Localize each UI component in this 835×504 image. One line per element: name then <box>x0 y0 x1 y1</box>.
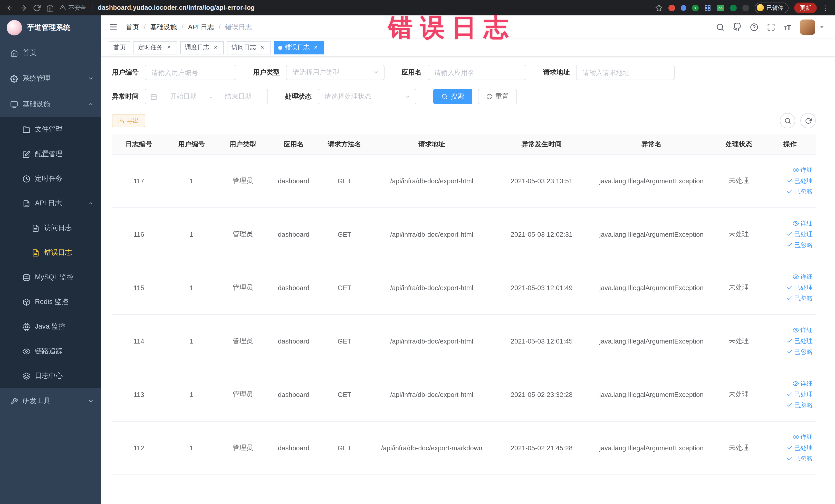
breadcrumb-item[interactable]: API 日志 <box>188 22 214 32</box>
error-log-table: 日志编号用户编号用户类型应用名请求方法名请求地址异常发生时间异常名处理状态操作 … <box>112 135 816 475</box>
user-type-select[interactable]: 请选择用户类型 <box>286 65 385 80</box>
row-action-processed[interactable]: 已处理 <box>787 230 813 239</box>
row-action-ignored[interactable]: 已忽略 <box>787 294 813 303</box>
sidebar-item-log-center[interactable]: 日志中心 <box>0 364 101 388</box>
search-button[interactable]: 搜索 <box>433 89 472 104</box>
app-logo[interactable]: 芋道管理系统 <box>0 15 101 40</box>
extension-icon[interactable] <box>668 4 675 11</box>
close-icon[interactable]: × <box>212 44 219 51</box>
sidebar-item-job[interactable]: 定时任务 <box>0 166 101 191</box>
browser-home-icon[interactable] <box>46 4 54 12</box>
tab-scheduled-job[interactable]: 定时任务× <box>134 41 177 54</box>
cell-app: dashboard <box>268 207 319 261</box>
cell-actions: 详细已处理已忽略 <box>765 421 816 475</box>
row-action-ignored[interactable]: 已忽略 <box>787 454 813 463</box>
row-action-detail[interactable]: 详细 <box>793 166 813 174</box>
bookmark-star-icon[interactable] <box>655 4 663 12</box>
close-icon[interactable]: × <box>165 44 172 51</box>
sidebar-item-system[interactable]: 系统管理 <box>0 66 101 92</box>
exception-time-range-picker[interactable]: 开始日期 - 结束日期 <box>145 89 268 104</box>
eye-icon <box>23 347 30 355</box>
cell-user_id: 1 <box>166 207 217 261</box>
sidebar-item-trace[interactable]: 链路追踪 <box>0 339 101 364</box>
row-action-processed[interactable]: 已处理 <box>787 283 813 292</box>
avatar[interactable] <box>800 19 815 35</box>
update-button[interactable]: 更新 <box>794 2 817 13</box>
fullscreen-icon[interactable] <box>767 23 775 31</box>
extension-icon[interactable]: Y <box>692 4 699 11</box>
reload-icon[interactable] <box>33 4 41 12</box>
back-icon[interactable] <box>6 4 14 12</box>
row-action-detail[interactable]: 详细 <box>793 326 813 335</box>
hide-search-button[interactable] <box>780 113 795 128</box>
row-action-detail[interactable]: 详细 <box>793 432 813 441</box>
export-button[interactable]: 导出 <box>112 114 145 127</box>
row-action-processed[interactable]: 已处理 <box>787 390 813 399</box>
refresh-table-button[interactable] <box>800 113 816 128</box>
user-id-input[interactable] <box>145 65 236 80</box>
submenu-api-log: 访问日志错误日志 <box>0 216 101 265</box>
screen: 不安全 dashboard.yudao.iocoder.cn/infra/log… <box>0 0 835 504</box>
sidebar-item-config[interactable]: 配置管理 <box>0 142 101 166</box>
home-icon <box>10 49 18 57</box>
cell-status: 未处理 <box>713 368 765 421</box>
tab-access-log[interactable]: 访问日志× <box>227 41 270 54</box>
docs-help-icon[interactable] <box>750 23 758 31</box>
reset-button[interactable]: 重置 <box>478 89 517 104</box>
extension-on-icon[interactable]: on <box>717 4 725 11</box>
breadcrumb-item[interactable]: 首页 <box>126 22 139 32</box>
cell-exception: java.lang.IllegalArgumentException <box>590 314 713 368</box>
close-icon[interactable]: × <box>259 44 266 51</box>
cell-id: 116 <box>112 207 166 261</box>
sidebar-toggle-icon[interactable] <box>109 23 118 31</box>
sidebar-item-devtools[interactable]: 研发工具 <box>0 388 101 414</box>
breadcrumb-item[interactable]: 基础设施 <box>150 22 177 32</box>
github-icon[interactable] <box>733 23 741 31</box>
sidebar-item-java[interactable]: Java 监控 <box>0 314 101 339</box>
extension-icon[interactable] <box>730 4 737 11</box>
request-url-input[interactable] <box>576 65 675 80</box>
header-search-icon[interactable] <box>716 23 725 31</box>
profile-paused-badge[interactable]: 已暂停 <box>755 2 789 13</box>
tab-error-log[interactable]: 错误日志× <box>273 41 324 54</box>
app-name-input[interactable] <box>428 65 526 80</box>
sidebar-item-redis[interactable]: Redis 监控 <box>0 289 101 314</box>
chevron-down-icon <box>405 94 411 100</box>
row-action-processed[interactable]: 已处理 <box>787 176 813 185</box>
sidebar-item-file[interactable]: 文件管理 <box>0 117 101 142</box>
avatar-caret-icon[interactable] <box>820 26 824 28</box>
cell-status: 未处理 <box>713 261 765 314</box>
row-action-ignored[interactable]: 已忽略 <box>787 347 813 356</box>
process-status-select[interactable]: 请选择处理状态 <box>318 89 416 104</box>
address-url[interactable]: dashboard.yudao.iocoder.cn/infra/log/api… <box>98 4 254 11</box>
extension-icon[interactable] <box>681 5 686 11</box>
sidebar-item-infrastructure[interactable]: 基础设施 <box>0 92 101 117</box>
row-action-detail[interactable]: 详细 <box>793 273 813 281</box>
close-icon[interactable]: × <box>312 44 319 51</box>
tab-home[interactable]: 首页 <box>109 41 130 54</box>
extension-grid-icon[interactable] <box>704 4 711 11</box>
cell-method: GET <box>319 207 370 261</box>
divider <box>91 4 92 11</box>
sidebar-item-error-log[interactable]: 错误日志 <box>0 240 101 265</box>
file-icon <box>32 249 40 257</box>
sidebar-item-access-log[interactable]: 访问日志 <box>0 216 101 240</box>
row-action-ignored[interactable]: 已忽略 <box>787 187 813 196</box>
cell-user_type: 管理员 <box>217 154 268 207</box>
sidebar-item-api-log[interactable]: API 日志 <box>0 191 101 216</box>
security-indicator[interactable]: 不安全 <box>60 4 86 12</box>
row-action-ignored[interactable]: 已忽略 <box>787 401 813 409</box>
extension-icon[interactable] <box>742 4 749 11</box>
font-size-icon[interactable]: TT <box>784 23 791 31</box>
browser-menu-icon[interactable]: ⋮ <box>822 4 829 12</box>
cell-time: 2021-05-02 21:45:28 <box>493 421 590 475</box>
sidebar-item-mysql[interactable]: MySQL 监控 <box>0 265 101 289</box>
row-action-processed[interactable]: 已处理 <box>787 337 813 345</box>
sidebar-item-home[interactable]: 首页 <box>0 40 101 66</box>
row-action-ignored[interactable]: 已忽略 <box>787 241 813 249</box>
forward-icon[interactable] <box>20 4 27 12</box>
row-action-detail[interactable]: 详细 <box>793 219 813 228</box>
row-action-detail[interactable]: 详细 <box>793 379 813 388</box>
row-action-processed[interactable]: 已处理 <box>787 443 813 452</box>
tab-job-log[interactable]: 调度日志× <box>180 41 224 54</box>
